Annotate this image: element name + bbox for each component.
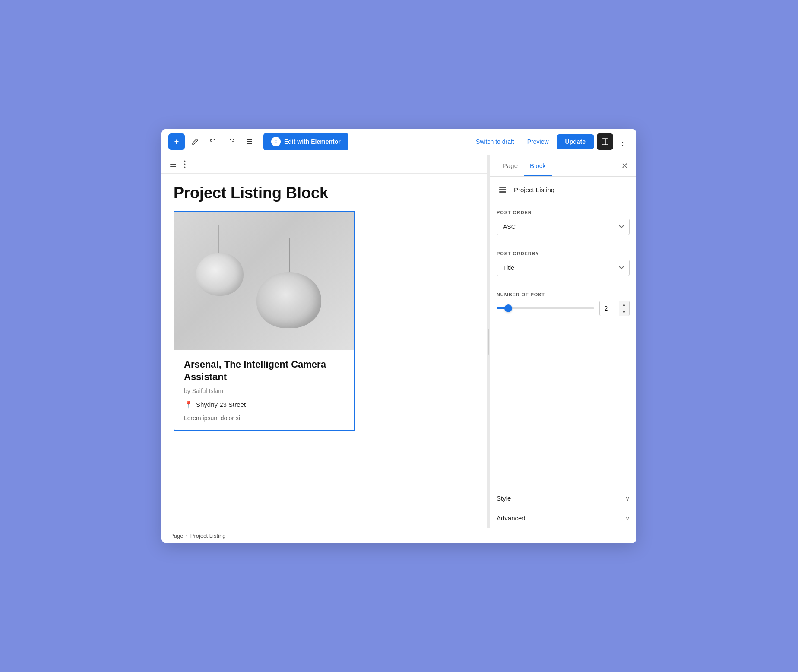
- post-orderby-select[interactable]: Title Date Author ID: [497, 260, 630, 276]
- slider-thumb[interactable]: [504, 304, 512, 312]
- block-header: Project Listing: [490, 177, 636, 203]
- elementor-icon: E: [271, 137, 281, 146]
- style-section: Style ∨: [490, 488, 636, 508]
- post-orderby-label: POST ORDERBY: [497, 251, 630, 256]
- update-button[interactable]: Update: [557, 134, 594, 149]
- svg-rect-1: [247, 141, 252, 142]
- svg-rect-11: [499, 187, 506, 188]
- close-sidebar-button[interactable]: ✕: [620, 159, 630, 172]
- number-of-post-row: ▲ ▼: [497, 301, 630, 316]
- number-spinners: ▲ ▼: [619, 301, 629, 316]
- advanced-section: Advanced ∨: [490, 508, 636, 528]
- card-author: by Saiful Islam: [184, 387, 345, 394]
- more-options-button[interactable]: ⋮: [616, 134, 630, 149]
- sidebar-header: Page Block ✕: [490, 155, 636, 177]
- undo-button[interactable]: [206, 134, 221, 149]
- advanced-toggle-button[interactable]: Advanced ∨: [497, 514, 630, 522]
- card-location: 📍 Shydny 23 Street: [184, 400, 345, 409]
- card-description: Lorem ipsum dolor si: [184, 415, 345, 422]
- redo-button[interactable]: [224, 134, 239, 149]
- sidebar-toggle-button[interactable]: [597, 133, 613, 150]
- post-count-input[interactable]: [600, 301, 619, 316]
- edit-icon-button[interactable]: [187, 134, 203, 149]
- switch-to-draft-button[interactable]: Switch to draft: [471, 135, 519, 149]
- svg-point-10: [184, 167, 186, 168]
- svg-rect-3: [602, 139, 608, 145]
- svg-point-9: [184, 164, 186, 165]
- card-image: [174, 212, 354, 350]
- svg-rect-0: [247, 139, 252, 140]
- elementor-icon-letter: E: [274, 139, 277, 144]
- svg-point-8: [184, 161, 186, 162]
- post-order-label: POST ORDER: [497, 210, 630, 215]
- edit-with-elementor-button[interactable]: E Edit with Elementor: [263, 133, 348, 150]
- svg-rect-13: [499, 191, 506, 193]
- scroll-thumb: [488, 329, 489, 355]
- divider-2: [497, 285, 630, 285]
- lamp-decoration-2: [256, 238, 326, 324]
- block-list-icon: [497, 184, 509, 196]
- svg-rect-6: [170, 164, 176, 165]
- right-sidebar: Page Block ✕ Project Listing POST ORDER …: [490, 155, 636, 528]
- style-label: Style: [497, 494, 511, 502]
- project-card: Arsenal, The Intelligent Camera Assistan…: [174, 211, 355, 431]
- elementor-btn-label: Edit with Elementor: [284, 138, 341, 145]
- post-order-select[interactable]: ASC DESC: [497, 219, 630, 235]
- spinner-up[interactable]: ▲: [619, 301, 629, 308]
- svg-rect-2: [247, 143, 252, 144]
- lamp-decoration-1: [192, 225, 248, 294]
- post-count-input-box: ▲ ▼: [599, 301, 630, 316]
- number-of-post-group: NUMBER OF POST ▲ ▼: [497, 292, 630, 316]
- block-list-button[interactable]: [242, 134, 257, 149]
- card-location-text: Shydny 23 Street: [196, 401, 246, 408]
- block-name-label: Project Listing: [514, 186, 554, 193]
- main-toolbar: + E Edit with Elementor Switch to draft …: [162, 129, 636, 155]
- post-orderby-group: POST ORDERBY Title Date Author ID: [497, 251, 630, 276]
- editor-content: Project Listing Block: [162, 174, 487, 528]
- content-area: Project Listing Block: [162, 155, 636, 528]
- block-options-button[interactable]: [182, 158, 187, 170]
- slider-track: [497, 307, 594, 309]
- location-pin-icon: 📍: [184, 400, 193, 409]
- advanced-label: Advanced: [497, 514, 526, 522]
- post-count-slider[interactable]: [497, 304, 594, 313]
- advanced-chevron-icon: ∨: [625, 515, 630, 522]
- document-list-icon-button[interactable]: [168, 158, 179, 170]
- main-window: + E Edit with Elementor Switch to draft …: [162, 129, 636, 543]
- svg-rect-5: [170, 162, 176, 162]
- editor-toolbar: [162, 155, 487, 174]
- breadcrumb-page-link[interactable]: Page: [170, 533, 183, 539]
- breadcrumb-separator: ›: [186, 533, 187, 539]
- spinner-down[interactable]: ▼: [619, 308, 629, 316]
- preview-button[interactable]: Preview: [522, 135, 554, 149]
- svg-rect-7: [170, 166, 176, 167]
- number-of-post-label: NUMBER OF POST: [497, 292, 630, 297]
- tab-page[interactable]: Page: [497, 155, 524, 176]
- breadcrumb-bar: Page › Project Listing: [162, 528, 636, 543]
- add-block-button[interactable]: +: [168, 133, 185, 150]
- card-body: Arsenal, The Intelligent Camera Assistan…: [174, 350, 354, 430]
- tab-block[interactable]: Block: [524, 155, 552, 176]
- style-chevron-icon: ∨: [625, 495, 630, 502]
- breadcrumb-current: Project Listing: [190, 533, 226, 539]
- editor-panel: Project Listing Block: [162, 155, 487, 528]
- card-title: Arsenal, The Intelligent Camera Assistan…: [184, 358, 345, 383]
- svg-rect-12: [499, 189, 506, 190]
- page-title: Project Listing Block: [174, 184, 475, 202]
- style-toggle-button[interactable]: Style ∨: [497, 494, 630, 502]
- sidebar-body: POST ORDER ASC DESC POST ORDERBY Title D…: [490, 203, 636, 488]
- post-order-group: POST ORDER ASC DESC: [497, 210, 630, 235]
- divider-1: [497, 244, 630, 244]
